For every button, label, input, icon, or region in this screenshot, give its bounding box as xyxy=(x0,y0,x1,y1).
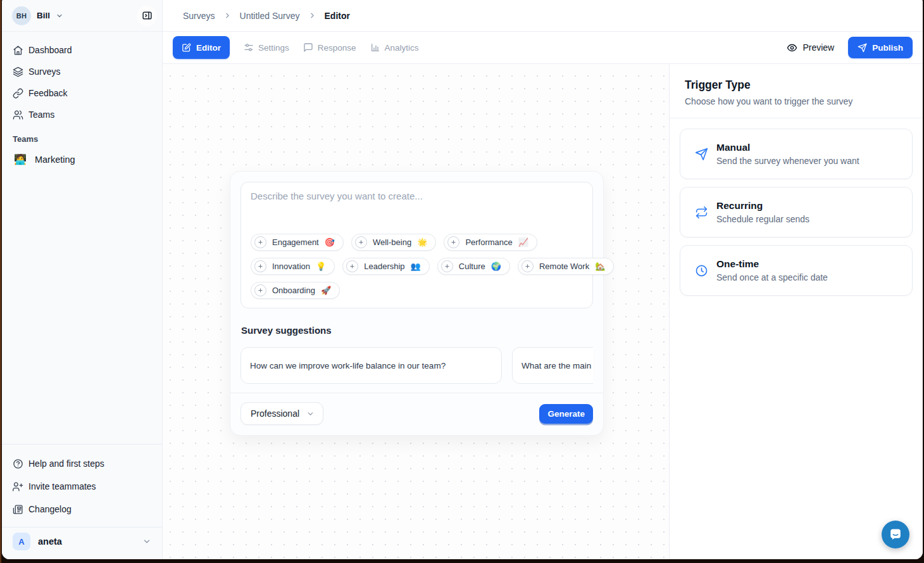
topic-chips: Engagement 🎯 Well-being 🌟 xyxy=(251,234,583,299)
publish-button[interactable]: Publish xyxy=(848,37,913,58)
sidebar-item-surveys[interactable]: Surveys xyxy=(7,61,157,82)
trigger-option-title: Manual xyxy=(716,142,859,153)
star-emoji-icon: 🌟 xyxy=(417,238,427,246)
trigger-option-text: Manual Send the survey whenever you want xyxy=(716,142,859,166)
sidebar-spacer xyxy=(2,170,162,444)
workspace-avatar: BH xyxy=(12,6,31,25)
changelog-newspaper-icon xyxy=(13,504,23,515)
settings-sliders-icon xyxy=(244,42,254,53)
survey-composer-card: Engagement 🎯 Well-being 🌟 xyxy=(230,171,604,436)
composer-footer: Professional Generate xyxy=(230,393,603,425)
window-edge xyxy=(0,0,1,563)
trigger-option-title: Recurring xyxy=(716,200,809,212)
globe-emoji-icon: 🌍 xyxy=(491,262,501,270)
tab-response[interactable]: Response xyxy=(303,42,356,53)
survey-prompt-input[interactable] xyxy=(251,191,583,218)
sidebar-item-label: Teams xyxy=(28,110,54,120)
chat-launcher-button[interactable] xyxy=(882,521,909,548)
topic-chip-well-being[interactable]: Well-being 🌟 xyxy=(351,234,436,251)
sidebar-item-invite[interactable]: Invite teammates xyxy=(7,475,157,498)
sidebar-item-help[interactable]: Help and first steps xyxy=(7,452,157,475)
target-emoji-icon: 🎯 xyxy=(325,238,335,246)
trigger-option-manual[interactable]: Manual Send the survey whenever you want xyxy=(680,129,913,179)
trigger-option-text: Recurring Schedule regular sends xyxy=(716,200,809,224)
preview-button[interactable]: Preview xyxy=(787,42,834,53)
topic-chip-performance[interactable]: Performance 📈 xyxy=(444,234,537,251)
suggestion-card[interactable]: What are the main ob xyxy=(512,347,593,384)
tab-label: Settings xyxy=(258,43,289,53)
sidebar-item-teams[interactable]: Teams xyxy=(7,104,157,125)
tone-select[interactable]: Professional xyxy=(240,402,323,425)
help-circle-icon xyxy=(13,459,23,469)
user-plus-icon xyxy=(13,481,23,492)
panel-collapse-icon xyxy=(142,10,153,21)
send-icon xyxy=(858,43,867,53)
topic-chip-engagement[interactable]: Engagement 🎯 xyxy=(251,234,344,251)
chevron-right-icon xyxy=(308,11,316,20)
sidebar-item-team-marketing[interactable]: 🧑‍💻 Marketing xyxy=(7,149,157,170)
chevron-right-icon xyxy=(223,11,232,20)
chevron-down-icon xyxy=(306,410,315,418)
sidebar-item-label: Dashboard xyxy=(28,45,72,55)
user-name: aneta xyxy=(38,536,62,547)
topic-chip-onboarding[interactable]: Onboarding 🚀 xyxy=(251,282,340,299)
trigger-options: Manual Send the survey whenever you want… xyxy=(670,118,923,306)
team-label: Marketing xyxy=(35,155,75,165)
plus-icon xyxy=(254,284,266,296)
layers-icon xyxy=(13,66,23,77)
sidebar-item-dashboard[interactable]: Dashboard xyxy=(7,39,157,61)
tab-editor[interactable]: Editor xyxy=(173,36,230,59)
sidebar-item-label: Changelog xyxy=(28,504,72,514)
chip-label: Engagement xyxy=(272,237,319,247)
trigger-option-one-time[interactable]: One-time Send once at a specific date xyxy=(680,245,913,296)
trigger-type-panel: Trigger Type Choose how you want to trig… xyxy=(669,64,923,559)
editor-canvas[interactable]: Engagement 🎯 Well-being 🌟 xyxy=(163,64,669,559)
sidebar-item-label: Feedback xyxy=(28,88,67,98)
edit-pencil-icon xyxy=(182,43,191,53)
workspace-name: Bill xyxy=(37,11,50,20)
chat-bubble-icon xyxy=(303,42,313,53)
house-emoji-icon: 🏡 xyxy=(595,262,605,270)
topic-chip-leadership[interactable]: Leadership 👥 xyxy=(342,258,430,275)
breadcrumb: Surveys Untitled Survey Editor xyxy=(163,0,923,32)
tab-analytics[interactable]: Analytics xyxy=(370,42,419,53)
tab-settings[interactable]: Settings xyxy=(244,42,289,53)
trigger-option-description: Send once at a specific date xyxy=(716,272,828,282)
clock-icon xyxy=(695,264,708,277)
trigger-option-title: One-time xyxy=(716,258,828,270)
sidebar-header: BH Bill xyxy=(2,0,162,32)
trigger-option-description: Schedule regular sends xyxy=(716,214,809,224)
suggestion-card[interactable]: How can we improve work-life balance in … xyxy=(240,347,502,384)
screen: BH Bill Dashboard xyxy=(0,0,924,563)
generate-button[interactable]: Generate xyxy=(539,404,593,424)
tab-label: Response xyxy=(318,43,356,53)
breadcrumb-survey-title[interactable]: Untitled Survey xyxy=(240,11,300,21)
workspace-switcher[interactable]: BH Bill xyxy=(12,6,63,25)
user-menu[interactable]: A aneta xyxy=(7,530,157,553)
topic-chip-remote-work[interactable]: Remote Work 🏡 xyxy=(518,258,614,275)
rocket-emoji-icon: 🚀 xyxy=(321,286,331,294)
chip-label: Leadership xyxy=(364,262,404,271)
breadcrumb-surveys[interactable]: Surveys xyxy=(183,11,215,21)
technologist-emoji-icon: 🧑‍💻 xyxy=(14,155,27,165)
sidebar-item-feedback[interactable]: Feedback xyxy=(7,82,157,104)
bar-chart-icon xyxy=(370,42,380,53)
trigger-option-recurring[interactable]: Recurring Schedule regular sends xyxy=(680,187,913,237)
tab-label: Analytics xyxy=(385,43,419,53)
tab-label: Editor xyxy=(196,43,221,53)
panel-title: Trigger Type xyxy=(685,79,908,92)
panel-subtitle: Choose how you want to trigger the surve… xyxy=(685,96,908,106)
link-icon xyxy=(13,88,23,99)
sidebar-item-changelog[interactable]: Changelog xyxy=(7,498,157,521)
topic-chip-culture[interactable]: Culture 🌍 xyxy=(437,258,510,275)
sidebar-toggle-button[interactable] xyxy=(137,6,157,26)
sidebar-item-label: Surveys xyxy=(28,66,61,77)
teams-section-label: Teams xyxy=(13,134,151,144)
chip-label: Remote Work xyxy=(539,262,589,271)
send-icon xyxy=(695,148,708,161)
workspace: Engagement 🎯 Well-being 🌟 xyxy=(163,64,923,559)
topic-chip-innovation[interactable]: Innovation 💡 xyxy=(251,258,335,275)
chip-label: Performance xyxy=(465,237,512,247)
chip-label: Innovation xyxy=(272,262,310,271)
chevron-down-icon xyxy=(142,537,151,546)
